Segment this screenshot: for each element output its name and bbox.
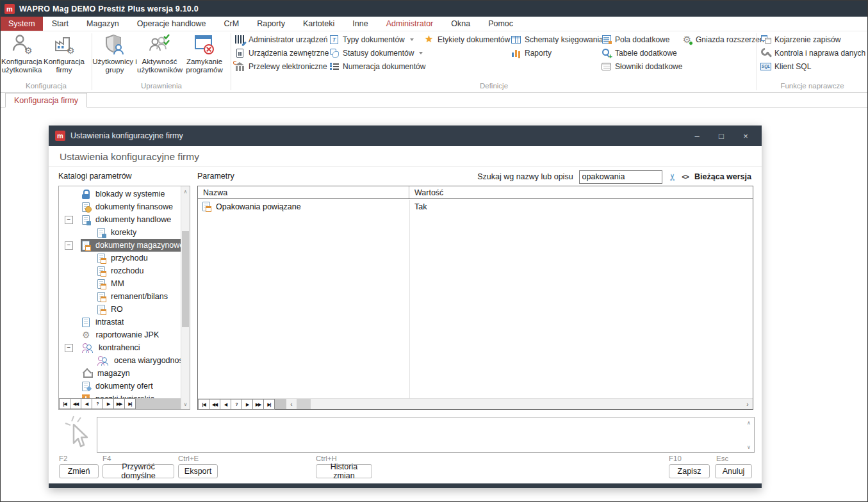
gniazda-rozszerzen-button[interactable]: Gniazda rozszerzeń bbox=[678, 33, 766, 46]
tree-item-dokumenty-handlowe[interactable]: dokumenty handlowe bbox=[59, 213, 181, 226]
zmien-button[interactable]: Zmień bbox=[59, 464, 99, 478]
eksport-button[interactable]: Eksport bbox=[178, 464, 218, 478]
nav-first-button[interactable]: |◀ bbox=[198, 399, 209, 410]
tree-item-ocena-wiarygodnosci[interactable]: ocena wiarygodności bbox=[59, 354, 181, 367]
scroll-up-icon[interactable]: ∧ bbox=[181, 187, 190, 196]
nav-help-button[interactable]: ? bbox=[92, 398, 103, 409]
nav-next-page-button[interactable]: ▶▶ bbox=[113, 398, 125, 409]
numeracja-dokumentow-button[interactable]: Numeracja dokumentów bbox=[325, 60, 420, 73]
urzadzenia-zewnetrzne-button[interactable]: Urządzenia zewnętrzne bbox=[231, 46, 325, 60]
nav-prev-button[interactable]: ◀ bbox=[220, 399, 231, 410]
tree-item-kontrahenci[interactable]: kontrahenci bbox=[59, 341, 181, 354]
button-label: Gniazda rozszerzeń bbox=[696, 35, 764, 44]
menu-item-inne[interactable]: Inne bbox=[343, 17, 377, 31]
dialog-titlebar[interactable]: m Ustawienia konfiguracyjne firmy – □ × bbox=[49, 125, 762, 146]
nav-next-button[interactable]: ▶ bbox=[242, 399, 253, 410]
nav-next-button[interactable]: ▶ bbox=[102, 398, 114, 409]
extra-fields-icon bbox=[602, 35, 611, 44]
konfiguracja-uzytkownika-button[interactable]: ⚙ Konfiguracja użytkownika bbox=[1, 31, 43, 74]
nav-next-page-button[interactable]: ▶▶ bbox=[252, 399, 264, 410]
button-label: Słowniki dodatkowe bbox=[615, 62, 682, 71]
klient-sql-button[interactable]: SQL Klient SQL bbox=[757, 60, 867, 73]
tree-item-raportowanie-jpk[interactable]: raportowanie JPK bbox=[59, 328, 181, 341]
aktywnosc-uzytkownikow-button[interactable]: Aktywność użytkowników bbox=[137, 31, 182, 74]
menu-item-administrator[interactable]: Administrator bbox=[377, 17, 443, 31]
ribbon-group-label: Funkcje naprawcze bbox=[757, 81, 867, 92]
typy-dokumentow-button[interactable]: T Typy dokumentów bbox=[325, 33, 420, 46]
scrollbar-track[interactable] bbox=[311, 399, 742, 409]
nav-first-button[interactable]: |◀ bbox=[59, 398, 70, 409]
nav-prev-page-button[interactable]: ◀◀ bbox=[209, 399, 220, 410]
tree-item-dokumenty-ofert[interactable]: dokumenty ofert bbox=[59, 380, 181, 393]
uzytkownicy-i-grupy-button[interactable]: Użytkownicy i grupy bbox=[92, 31, 137, 74]
tree-vertical-scrollbar[interactable]: ∧ ∨ bbox=[181, 186, 190, 409]
tree-item-rozchodu[interactable]: rozchodu bbox=[59, 264, 181, 277]
tree-item-ro[interactable]: RO bbox=[59, 303, 181, 316]
table-row[interactable]: Opakowania powiązane Tak bbox=[198, 200, 753, 213]
tree-item-magazyn[interactable]: magazyn bbox=[59, 367, 181, 380]
button-label: Etykiety dokumentów bbox=[438, 35, 510, 44]
button-label: Kojarzenie zapisów bbox=[774, 35, 840, 44]
shortcut-f10: F10 bbox=[669, 455, 682, 462]
menu-item-raporty[interactable]: Raporty bbox=[248, 17, 294, 31]
nav-last-button[interactable]: ▶| bbox=[124, 398, 136, 409]
tree-item-dokumenty-finansowe[interactable]: dokumenty finansowe bbox=[59, 200, 181, 213]
historia-zmian-button[interactable]: Historia zmian bbox=[316, 464, 372, 478]
tree-item-mm[interactable]: MM bbox=[59, 277, 181, 290]
maximize-icon[interactable]: □ bbox=[712, 128, 731, 143]
tree-item-intrastat[interactable]: intrastat bbox=[59, 316, 181, 328]
konfiguracja-firmy-button[interactable]: ⚙ Konfiguracja firmy bbox=[43, 31, 85, 74]
zamykanie-programow-button[interactable]: Zamykanie programów bbox=[182, 31, 227, 74]
collapse-icon[interactable] bbox=[65, 216, 73, 224]
close-icon[interactable]: × bbox=[736, 128, 755, 143]
button-label: Statusy dokumentów bbox=[343, 49, 414, 58]
nav-prev-page-button[interactable]: ◀◀ bbox=[70, 398, 81, 409]
scroll-left-icon[interactable]: ‹ bbox=[286, 399, 297, 409]
tree-item-remanent-bilans[interactable]: remanent/bilans bbox=[59, 290, 181, 303]
scroll-right-icon[interactable]: › bbox=[742, 399, 753, 409]
przywroc-domyslne-button[interactable]: Przywróć domyślne bbox=[102, 464, 174, 478]
tabele-dodatkowe-button[interactable]: + Tabele dodatkowe bbox=[598, 46, 678, 60]
scroll-up-icon[interactable]: ∧ bbox=[745, 418, 753, 427]
tree-item-dokumenty-magazynowe[interactable]: dokumenty magazynowe bbox=[59, 239, 181, 252]
scroll-down-icon[interactable]: ∨ bbox=[745, 442, 753, 451]
menu-item-magazyn[interactable]: Magazyn bbox=[78, 17, 128, 31]
tree-item-przychodu[interactable]: przychodu bbox=[59, 252, 181, 264]
menu-item-kartoteki[interactable]: Kartoteki bbox=[294, 17, 343, 31]
tab-konfiguracja-firmy[interactable]: Konfiguracja firmy bbox=[5, 93, 87, 108]
zapisz-button[interactable]: Zapisz bbox=[669, 464, 710, 478]
scrollbar-thumb[interactable] bbox=[297, 399, 311, 409]
etykiety-dokumentow-button[interactable]: Etykiety dokumentów bbox=[420, 33, 507, 46]
anuluj-button[interactable]: Anuluj bbox=[715, 464, 752, 478]
schematy-ksiegowania-button[interactable]: Schematy księgowania bbox=[507, 33, 597, 46]
kontrola-naprawa-button[interactable]: Kontrola i naprawa danych bbox=[757, 46, 867, 60]
menu-item-operacje-handlowe[interactable]: Operacje handlowe bbox=[128, 17, 215, 31]
menu-item-crm[interactable]: CrM bbox=[215, 17, 249, 31]
kojarzenie-zapisow-button[interactable]: Kojarzenie zapisów bbox=[757, 33, 867, 46]
raporty-button[interactable]: Raporty bbox=[507, 46, 597, 60]
nav-last-button[interactable]: ▶| bbox=[263, 399, 275, 410]
przelewy-elektroniczne-button[interactable]: Przelewy elektroniczne bbox=[231, 60, 325, 73]
collapse-icon[interactable] bbox=[65, 241, 73, 250]
administrator-urzadzen-button[interactable]: Administrator urządzeń bbox=[231, 33, 325, 46]
nav-help-button[interactable]: ? bbox=[231, 399, 242, 410]
associate-records-icon bbox=[761, 35, 771, 44]
statusy-dokumentow-button[interactable]: Statusy dokumentów bbox=[325, 46, 420, 60]
tree-item-korekty[interactable]: korekty bbox=[59, 226, 181, 239]
menu-item-okna[interactable]: Okna bbox=[442, 17, 479, 31]
slowniki-dodatkowe-button[interactable]: Słowniki dodatkowe bbox=[598, 60, 678, 73]
tree-item-paczki-kurierskie[interactable]: paczki kurierskie bbox=[59, 393, 181, 398]
scrollbar-thumb[interactable] bbox=[182, 231, 189, 327]
collapse-icon[interactable] bbox=[65, 344, 73, 352]
menu-item-start[interactable]: Start bbox=[43, 17, 78, 31]
nav-prev-button[interactable]: ◀ bbox=[81, 398, 92, 409]
minimize-icon[interactable]: – bbox=[687, 128, 707, 143]
search-input[interactable] bbox=[579, 170, 662, 184]
menu-item-pomoc[interactable]: Pomoc bbox=[479, 17, 522, 31]
code-icon[interactable]: <> bbox=[682, 173, 689, 181]
menu-item-system[interactable]: System bbox=[1, 17, 43, 31]
scroll-down-icon[interactable]: ∨ bbox=[181, 400, 190, 409]
scissors-icon[interactable]: ✂ bbox=[667, 173, 676, 181]
tree-item-blokady[interactable]: blokady w systemie bbox=[59, 188, 181, 200]
pola-dodatkowe-button[interactable]: Pola dodatkowe bbox=[598, 33, 678, 46]
